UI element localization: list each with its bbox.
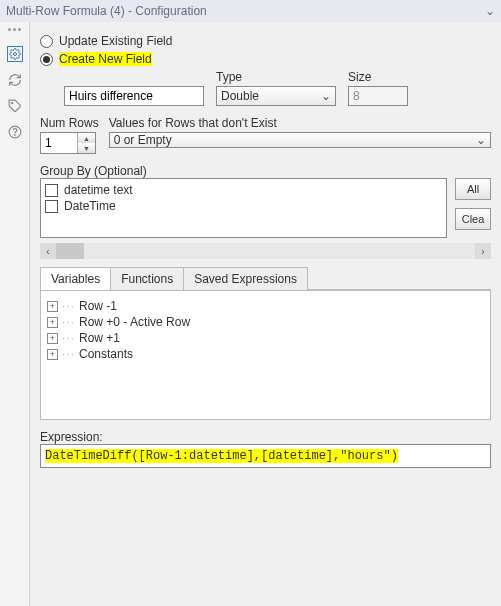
expression-label: Expression: — [40, 430, 103, 444]
expression-text: DateTimeDiff([Row-1:datetime],[datetime]… — [45, 449, 398, 463]
size-label: Size — [348, 70, 408, 84]
svg-point-0 — [13, 53, 16, 56]
variables-tree[interactable]: +···Row -1 +···Row +0 - Active Row +···R… — [40, 290, 491, 420]
tree-node[interactable]: +···Row +0 - Active Row — [47, 315, 484, 329]
groupby-item-label: datetime text — [64, 183, 133, 197]
numrows-label: Num Rows — [40, 116, 99, 130]
clear-button[interactable]: Clea — [455, 208, 491, 230]
radio-create-new[interactable]: Create New Field — [40, 52, 491, 66]
expression-input[interactable]: DateTimeDiff([Row-1:datetime],[datetime]… — [40, 444, 491, 468]
svg-point-1 — [11, 103, 12, 104]
radio-icon — [40, 35, 53, 48]
tree-node[interactable]: +···Row +1 — [47, 331, 484, 345]
groupby-listbox[interactable]: datetime text DateTime — [40, 178, 447, 238]
window-title: Multi-Row Formula (4) - Configuration — [6, 4, 207, 18]
chevron-down-icon: ⌄ — [321, 89, 331, 103]
expand-icon[interactable]: + — [47, 349, 58, 360]
groupby-label: Group By (Optional) — [40, 164, 147, 178]
tree-node[interactable]: +···Row -1 — [47, 299, 484, 313]
tab-variables[interactable]: Variables — [40, 267, 111, 290]
groupby-item-label: DateTime — [64, 199, 116, 213]
expand-icon[interactable]: + — [47, 317, 58, 328]
numrows-input[interactable] — [41, 133, 77, 153]
scroll-left-icon[interactable]: ‹ — [40, 243, 56, 259]
scroll-track[interactable] — [56, 243, 475, 259]
help-icon[interactable] — [7, 124, 23, 140]
drag-handle-icon[interactable] — [6, 28, 24, 36]
size-input — [348, 86, 408, 106]
tag-icon[interactable] — [7, 98, 23, 114]
checkbox-icon — [45, 184, 58, 197]
svg-point-3 — [14, 135, 15, 136]
values-dropdown[interactable]: 0 or Empty ⌄ — [109, 132, 491, 148]
numrows-spinner[interactable]: ▲▼ — [40, 132, 96, 154]
all-button[interactable]: All — [455, 178, 491, 200]
type-value: Double — [221, 89, 259, 103]
radio-create-label: Create New Field — [59, 52, 152, 66]
radio-update-existing[interactable]: Update Existing Field — [40, 34, 491, 48]
collapse-icon[interactable]: ⌄ — [485, 4, 495, 18]
radio-icon — [40, 53, 53, 66]
left-toolbar — [0, 22, 30, 606]
tabs: Variables Functions Saved Expressions — [40, 266, 491, 290]
scroll-right-icon[interactable]: › — [475, 243, 491, 259]
values-value: 0 or Empty — [114, 133, 172, 147]
gear-icon[interactable] — [7, 46, 23, 62]
expand-icon[interactable]: + — [47, 301, 58, 312]
type-dropdown[interactable]: Double ⌄ — [216, 86, 336, 106]
spinner-down-icon[interactable]: ▼ — [78, 143, 95, 153]
tab-saved-expressions[interactable]: Saved Expressions — [183, 267, 308, 290]
field-name-input[interactable] — [64, 86, 204, 106]
scroll-thumb[interactable] — [56, 243, 84, 259]
groupby-item[interactable]: datetime text — [45, 183, 442, 197]
values-label: Values for Rows that don't Exist — [109, 116, 491, 130]
expand-icon[interactable]: + — [47, 333, 58, 344]
tree-node[interactable]: +···Constants — [47, 347, 484, 361]
refresh-icon[interactable] — [7, 72, 23, 88]
groupby-item[interactable]: DateTime — [45, 199, 442, 213]
radio-update-label: Update Existing Field — [59, 34, 172, 48]
type-label: Type — [216, 70, 336, 84]
titlebar: Multi-Row Formula (4) - Configuration ⌄ — [0, 0, 501, 22]
tab-functions[interactable]: Functions — [110, 267, 184, 290]
chevron-down-icon: ⌄ — [476, 133, 486, 147]
checkbox-icon — [45, 200, 58, 213]
spinner-up-icon[interactable]: ▲ — [78, 133, 95, 143]
horizontal-scrollbar[interactable]: ‹ › — [40, 242, 491, 260]
